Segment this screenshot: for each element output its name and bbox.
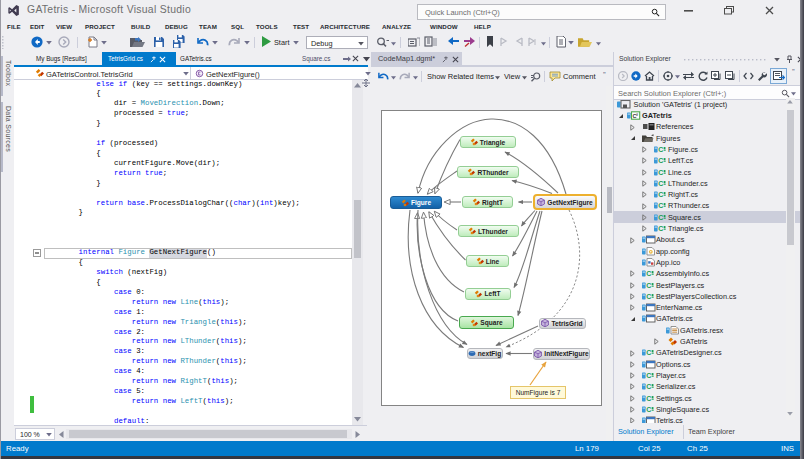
svg-text:C: C [646,372,651,379]
svg-text:C: C [658,214,663,221]
svg-text:C: C [646,395,651,402]
svg-text:C: C [658,157,663,164]
svg-text:#: # [636,113,638,117]
svg-text:C: C [646,383,651,390]
svg-text:C: C [646,349,651,356]
svg-text:C: C [658,202,663,209]
svg-text:C: C [646,270,651,277]
svg-text:C: C [646,282,651,289]
svg-text:C: C [646,293,651,300]
svg-text:C: C [658,146,663,153]
svg-text:C: C [658,169,663,176]
svg-text:C: C [658,180,663,187]
svg-text:C: C [646,406,651,413]
svg-text:C: C [658,191,663,198]
svg-text:C: C [658,225,663,232]
